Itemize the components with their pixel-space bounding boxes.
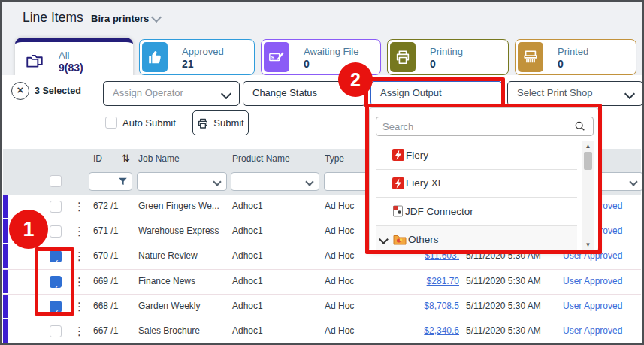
row-menu-icon[interactable]: ⋮ bbox=[74, 219, 85, 243]
row-checkbox[interactable] bbox=[50, 250, 62, 262]
row-checkbox[interactable] bbox=[50, 225, 62, 238]
chevron-down-icon bbox=[305, 177, 313, 186]
cell-status-link[interactable]: User Approved bbox=[563, 319, 622, 343]
svg-text:$: $ bbox=[271, 54, 274, 61]
line-items-window: Line Items Bira printers All 9(83) Appro… bbox=[0, 0, 644, 345]
id-filter-input[interactable] bbox=[91, 174, 119, 186]
job-name-filter-dropdown[interactable] bbox=[137, 172, 227, 191]
cell-date: 5/11/2020 5:30 AM bbox=[466, 270, 541, 293]
row-checkbox[interactable] bbox=[50, 325, 62, 337]
tab-approved[interactable]: Approved 21 bbox=[139, 39, 255, 75]
cell-id: 669 /1 bbox=[93, 270, 118, 293]
printer-selector-link[interactable]: Bira printers bbox=[91, 13, 149, 24]
cell-type: Ad Hoc bbox=[325, 244, 354, 268]
row-menu-icon[interactable]: ⋮ bbox=[74, 295, 85, 318]
row-checkbox[interactable] bbox=[50, 276, 62, 288]
id-filter[interactable] bbox=[89, 172, 132, 191]
titlebar: Line Items Bira printers bbox=[2, 2, 642, 35]
cell-job-name: Finance News bbox=[138, 270, 195, 293]
cell-type: Ad Hoc bbox=[325, 295, 354, 318]
select-all-checkbox[interactable] bbox=[50, 175, 62, 187]
cell-status-link[interactable]: User Approved bbox=[563, 270, 622, 293]
cell-type: Ad Hoc bbox=[325, 195, 354, 218]
cell-type: Ad Hoc bbox=[325, 270, 354, 293]
cell-amount-link[interactable]: $281.70 bbox=[379, 270, 459, 293]
cell-status-link[interactable]: User Approved bbox=[563, 295, 622, 318]
chevron-down-icon bbox=[213, 177, 221, 186]
scroll-up-icon[interactable]: ▲ bbox=[582, 141, 594, 151]
scroll-down-icon[interactable]: ▼ bbox=[582, 240, 594, 250]
clear-selection-button[interactable]: × bbox=[11, 82, 29, 100]
printed-icon bbox=[518, 42, 543, 72]
cell-id: 670 /1 bbox=[93, 244, 118, 268]
row-menu-icon[interactable]: ⋮ bbox=[74, 319, 85, 343]
cell-product-name: Adhoc1 bbox=[232, 244, 263, 268]
cell-amount-link[interactable]: $2,340.6 bbox=[379, 319, 459, 343]
search-input[interactable] bbox=[376, 117, 594, 136]
fiery-icon bbox=[392, 177, 404, 189]
list-item-fiery-xf[interactable]: Fiery XF bbox=[376, 169, 577, 198]
assign-output-value: Assign Output bbox=[380, 87, 442, 98]
tab-count: 0 bbox=[430, 58, 436, 70]
tab-printing[interactable]: Printing 0 bbox=[387, 39, 509, 75]
tab-label: All bbox=[59, 50, 69, 61]
cell-job-name: Warehouse Express bbox=[138, 219, 219, 243]
row-menu-icon[interactable]: ⋮ bbox=[74, 195, 85, 218]
file-dollar-pencil-icon: $ bbox=[264, 42, 289, 72]
table-row[interactable]: ⋮ 667 /1 Sales Brochure Adhoc1 Ad Hoc $2… bbox=[3, 319, 641, 344]
chevron-down-icon[interactable] bbox=[151, 12, 162, 23]
cell-product-name: Adhoc1 bbox=[232, 195, 263, 218]
assign-operator-dropdown[interactable]: Assign Operator bbox=[103, 81, 240, 106]
list-item-fiery[interactable]: Fiery bbox=[376, 141, 577, 169]
output-device-list: Fiery Fiery XF JDF Connector Others bbox=[376, 141, 577, 253]
list-group-others[interactable]: Others bbox=[376, 225, 577, 254]
cell-type: Ad Hoc bbox=[325, 319, 354, 343]
cell-id: 671 /1 bbox=[93, 219, 118, 243]
list-item-jdf-connector[interactable]: JDF Connector bbox=[376, 197, 577, 225]
row-menu-icon[interactable]: ⋮ bbox=[74, 270, 85, 293]
cell-product-name: Adhoc1 bbox=[232, 295, 263, 318]
folders-icon bbox=[20, 44, 50, 75]
table-row[interactable]: ⋮ 669 /1 Finance News Adhoc1 Ad Hoc $281… bbox=[3, 270, 641, 295]
chevron-down-icon[interactable] bbox=[379, 235, 389, 244]
cell-id: 672 /1 bbox=[93, 195, 118, 218]
submit-button[interactable]: Submit bbox=[192, 110, 249, 135]
tab-printed[interactable]: Printed 0 bbox=[515, 39, 636, 75]
tab-count: 0 bbox=[558, 58, 564, 70]
jdf-connector-icon bbox=[392, 205, 404, 217]
auto-submit-checkbox[interactable]: Auto Submit bbox=[105, 117, 176, 129]
tab-count: 21 bbox=[182, 58, 194, 70]
assign-output-panel: Fiery Fiery XF JDF Connector Others bbox=[369, 107, 599, 251]
tab-awaiting-file[interactable]: $ Awaiting File 0 bbox=[261, 39, 381, 75]
auto-submit-label: Auto Submit bbox=[122, 117, 176, 129]
change-status-dropdown[interactable]: Change Status bbox=[243, 81, 366, 106]
assign-output-dropdown[interactable]: Assign Output bbox=[370, 81, 503, 106]
chevron-down-icon bbox=[624, 89, 635, 99]
scrollbar[interactable]: ▲ ▼ bbox=[582, 141, 594, 250]
row-checkbox[interactable] bbox=[50, 301, 62, 313]
chevron-down-icon bbox=[221, 89, 231, 99]
filter-funnel-icon[interactable] bbox=[117, 176, 128, 187]
table-row[interactable]: ⋮ 668 /1 Garden Weekly Adhoc1 Ad Hoc $8,… bbox=[3, 295, 641, 319]
others-folder-icon bbox=[393, 234, 407, 245]
list-item-label: JDF Connector bbox=[405, 206, 473, 217]
column-header-job-name: Job Name bbox=[138, 149, 180, 168]
cell-date: 5/11/2020 5:30 AM bbox=[466, 319, 541, 343]
scrollbar-thumb[interactable] bbox=[584, 152, 592, 170]
cell-id: 667 /1 bbox=[93, 319, 118, 343]
cell-product-name: Adhoc1 bbox=[232, 319, 263, 343]
select-print-shop-dropdown[interactable]: Select Print Shop bbox=[507, 81, 643, 106]
assign-operator-placeholder: Assign Operator bbox=[113, 87, 183, 98]
close-icon: × bbox=[17, 83, 24, 96]
product-name-filter-dropdown[interactable] bbox=[231, 172, 319, 191]
row-checkbox[interactable] bbox=[50, 201, 62, 213]
list-item-label: Fiery bbox=[406, 150, 428, 161]
row-menu-icon[interactable]: ⋮ bbox=[74, 244, 85, 268]
cell-amount-link[interactable]: $8,708.5 bbox=[379, 295, 459, 318]
cell-product-name: Adhoc1 bbox=[232, 270, 263, 293]
checkbox[interactable] bbox=[105, 117, 117, 129]
tab-label: Printing bbox=[430, 46, 463, 57]
tab-all[interactable]: All 9(83) bbox=[15, 38, 133, 77]
sort-icon[interactable]: ⇅ bbox=[122, 149, 130, 168]
tab-count: 9(83) bbox=[59, 62, 83, 74]
